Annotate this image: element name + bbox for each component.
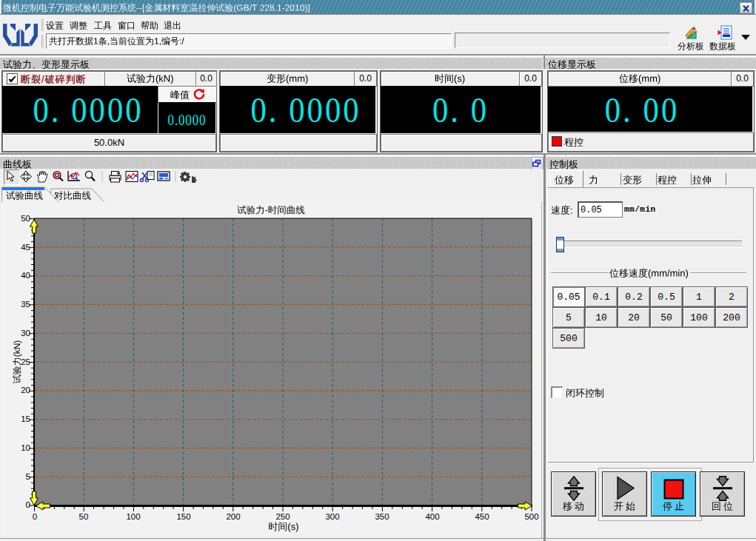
svg-text:200: 200 [226,512,240,521]
svg-text:35: 35 [21,300,30,309]
svg-text:450: 450 [475,512,489,521]
svg-text:10: 10 [21,443,30,452]
svg-text:25: 25 [21,357,30,366]
svg-text:45: 45 [21,243,30,252]
svg-text:250: 250 [275,512,290,521]
svg-text:15: 15 [21,414,30,423]
svg-text:50: 50 [21,214,30,223]
svg-text:0: 0 [26,500,30,509]
svg-text:5: 5 [26,472,30,481]
svg-text:20: 20 [21,386,30,394]
svg-text:30: 30 [21,329,30,337]
svg-text:40: 40 [21,271,30,280]
svg-text:50: 50 [79,512,89,521]
svg-text:100: 100 [126,512,140,521]
svg-text:300: 300 [325,512,339,521]
svg-text:350: 350 [375,512,389,521]
svg-text:150: 150 [176,512,190,521]
svg-text:400: 400 [425,512,439,521]
svg-text:0: 0 [33,512,37,521]
svg-text:500: 500 [524,512,538,521]
